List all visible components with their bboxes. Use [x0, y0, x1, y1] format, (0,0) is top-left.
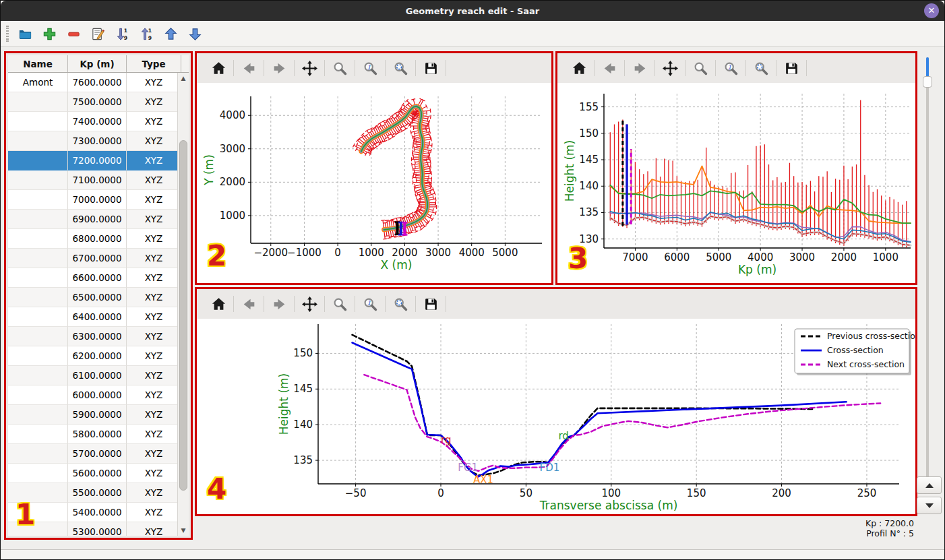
cell-type: XYZ: [127, 464, 181, 483]
cell-kp: 6100.0000: [68, 366, 127, 385]
cell-type: XYZ: [127, 131, 181, 151]
cross-pan-button[interactable]: [299, 294, 319, 314]
table-row[interactable]: 7400.0000XYZ: [8, 112, 189, 131]
sort-descending-button[interactable]: 19: [113, 25, 131, 42]
long-profile-plot[interactable]: 7000600050004000300020001000130135140145…: [557, 83, 915, 283]
cell-name: [8, 366, 68, 385]
cell-name: [8, 385, 68, 405]
table-row[interactable]: 6600.0000XYZ: [8, 268, 189, 288]
profiles-table[interactable]: Name Kp (m) Type Amont7600.0000XYZ7500.0…: [8, 55, 189, 536]
next-profile-button[interactable]: [917, 497, 942, 514]
table-row[interactable]: 6100.0000XYZ: [8, 366, 189, 385]
svg-text:9: 9: [123, 35, 127, 41]
plan-zoom-auto-button[interactable]: [390, 58, 410, 78]
footer-info: Kp : 7200.0 Profil N° : 5: [779, 518, 914, 538]
table-row[interactable]: 7000.0000XYZ: [8, 190, 189, 210]
table-row[interactable]: 7300.0000XYZ: [8, 131, 189, 151]
cross-zoom-button[interactable]: [330, 294, 350, 314]
profile-pan-button[interactable]: [660, 58, 680, 78]
svg-text:1: 1: [367, 299, 371, 306]
table-row[interactable]: Amont7600.0000XYZ: [8, 73, 189, 92]
table-row[interactable]: 5600.0000XYZ: [8, 464, 189, 483]
cross-save-button[interactable]: [421, 294, 441, 314]
plan-forward-button[interactable]: [269, 58, 289, 78]
cell-kp: 6200.0000: [68, 346, 127, 366]
cell-name: [8, 210, 68, 229]
down-arrow-icon: [925, 503, 934, 508]
plan-home-button[interactable]: [208, 58, 228, 78]
svg-text:Y (m): Y (m): [202, 154, 216, 186]
title-bar[interactable]: Geometry reach edit - Saar ✕: [1, 1, 944, 21]
scroll-down-arrow[interactable]: ▼: [178, 525, 189, 536]
open-file-button[interactable]: [16, 25, 34, 42]
table-row[interactable]: 6400.0000XYZ: [8, 307, 189, 327]
table-row[interactable]: 6000.0000XYZ: [8, 385, 189, 405]
toolbar-separator: [264, 60, 264, 76]
cell-kp: 6400.0000: [68, 307, 127, 327]
plan-zoom-button[interactable]: [330, 58, 350, 78]
table-row[interactable]: 7200.0000XYZ: [8, 151, 189, 170]
cell-kp: 5500.0000: [68, 483, 127, 503]
cross-zoom-auto-button[interactable]: [390, 294, 410, 314]
profile-save-button[interactable]: [781, 58, 801, 78]
table-row[interactable]: 6700.0000XYZ: [8, 249, 189, 268]
slider-handle[interactable]: [923, 76, 932, 88]
edit-profile-button[interactable]: [89, 25, 106, 42]
plan-back-button[interactable]: [239, 58, 259, 78]
remove-profile-button[interactable]: [65, 25, 82, 42]
plan-save-button[interactable]: [421, 58, 441, 78]
toolbar-separator: [264, 296, 264, 312]
cross-section-plot[interactable]: −50050100150200250135140145150Transverse…: [197, 319, 915, 514]
cell-type: XYZ: [127, 522, 181, 536]
cell-type: XYZ: [127, 385, 181, 405]
toolbar-drag-handle[interactable]: [6, 26, 9, 42]
plan-pan-button[interactable]: [299, 58, 319, 78]
panel-number-2: 2: [207, 242, 226, 270]
add-profile-button[interactable]: [40, 25, 58, 42]
cross-forward-button[interactable]: [269, 294, 289, 314]
cell-name: [8, 444, 68, 464]
profile-zoom-in-one-button[interactable]: 1: [721, 58, 741, 78]
table-row[interactable]: 6300.0000XYZ: [8, 327, 189, 346]
column-header-kp[interactable]: Kp (m): [68, 55, 127, 72]
close-button[interactable]: ✕: [924, 3, 939, 18]
cross-plot-toolbar: 1: [197, 289, 915, 319]
cell-kp: 5700.0000: [68, 444, 127, 464]
slider-track[interactable]: [926, 57, 929, 480]
table-row[interactable]: 6800.0000XYZ: [8, 229, 189, 249]
profile-home-button[interactable]: [569, 58, 589, 78]
cell-name: [8, 92, 68, 112]
table-row[interactable]: 6200.0000XYZ: [8, 346, 189, 366]
table-row[interactable]: 5700.0000XYZ: [8, 444, 189, 464]
column-header-type[interactable]: Type: [127, 55, 181, 72]
cell-type: XYZ: [127, 268, 181, 288]
plan-view-plot[interactable]: −2000−1000010002000300040005000100020003…: [197, 83, 551, 283]
move-down-button[interactable]: [186, 25, 204, 42]
table-row[interactable]: 6900.0000XYZ: [8, 210, 189, 229]
previous-profile-button[interactable]: [917, 476, 942, 494]
sort-ascending-button[interactable]: 19: [138, 25, 155, 42]
table-row[interactable]: 7100.0000XYZ: [8, 170, 189, 190]
table-row[interactable]: 5500.0000XYZ: [8, 483, 189, 503]
profile-forward-button[interactable]: [630, 58, 650, 78]
table-row[interactable]: 6500.0000XYZ: [8, 288, 189, 307]
column-header-name[interactable]: Name: [8, 55, 68, 72]
table-row[interactable]: 5900.0000XYZ: [8, 405, 189, 425]
profile-back-button[interactable]: [599, 58, 619, 78]
profile-zoom-button[interactable]: [690, 58, 710, 78]
plan-zoom-in-one-button[interactable]: 1: [360, 58, 380, 78]
cell-type: XYZ: [127, 73, 181, 92]
table-row[interactable]: 5800.0000XYZ: [8, 425, 189, 444]
svg-text:135: 135: [293, 454, 313, 466]
cross-home-button[interactable]: [208, 294, 228, 314]
table-row[interactable]: 7500.0000XYZ: [8, 92, 189, 112]
move-up-button[interactable]: [162, 25, 179, 42]
profile-zoom-auto-button[interactable]: [751, 58, 771, 78]
table-scrollbar[interactable]: ▲ ▼: [177, 73, 189, 536]
profile-position-slider[interactable]: [925, 57, 930, 480]
svg-text:3000: 3000: [789, 251, 815, 263]
cross-zoom-in-one-button[interactable]: 1: [360, 294, 380, 314]
scrollbar-thumb[interactable]: [179, 140, 187, 491]
scroll-up-arrow[interactable]: ▲: [178, 73, 189, 84]
cross-back-button[interactable]: [239, 294, 259, 314]
